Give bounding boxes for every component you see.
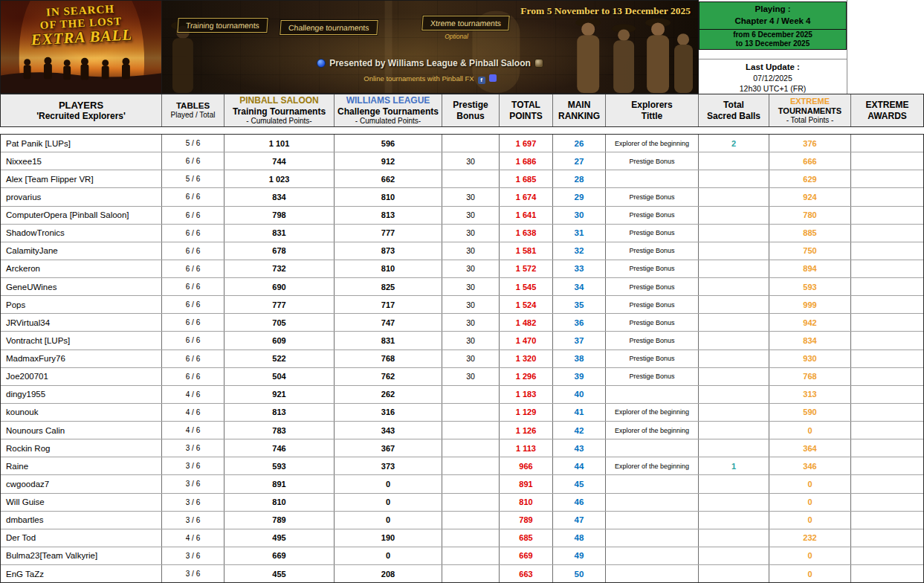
explorer-title-cell[interactable]: [606, 565, 699, 582]
main-ranking-cell[interactable]: 26: [553, 135, 606, 152]
total-points-cell[interactable]: 891: [500, 475, 553, 492]
main-ranking-cell[interactable]: 31: [553, 225, 606, 242]
extreme-awards-cell[interactable]: [851, 152, 923, 170]
tables-played-cell[interactable]: 3 / 6: [162, 565, 224, 582]
main-ranking-cell[interactable]: 30: [553, 207, 606, 224]
tables-played-cell[interactable]: 6 / 6: [162, 296, 224, 313]
tables-played-cell[interactable]: 6 / 6: [162, 152, 224, 170]
training-points-cell[interactable]: 777: [224, 296, 335, 313]
challenge-points-cell[interactable]: 0: [335, 494, 442, 511]
tables-played-cell[interactable]: 5 / 6: [162, 170, 224, 187]
sacred-balls-cell[interactable]: [699, 170, 769, 187]
total-points-cell[interactable]: 1 638: [500, 225, 553, 242]
prestige-bonus-cell[interactable]: 30: [442, 225, 500, 242]
prestige-bonus-cell[interactable]: 30: [442, 296, 500, 313]
header-main-ranking[interactable]: MAIN RANKING: [553, 94, 606, 126]
prestige-bonus-cell[interactable]: 30: [442, 368, 500, 385]
tables-played-cell[interactable]: 6 / 6: [162, 314, 224, 331]
prestige-bonus-cell[interactable]: [442, 494, 500, 511]
explorer-title-cell[interactable]: Prestige Bonus: [606, 296, 699, 313]
prestige-bonus-cell[interactable]: [442, 386, 500, 403]
training-points-cell[interactable]: 783: [224, 422, 335, 439]
challenge-points-cell[interactable]: 768: [335, 350, 442, 367]
tables-played-cell[interactable]: 4 / 6: [162, 404, 224, 421]
explorer-title-cell[interactable]: Prestige Bonus: [606, 278, 699, 295]
player-name-cell[interactable]: CalamityJane: [1, 242, 162, 260]
challenge-points-cell[interactable]: 762: [335, 368, 442, 385]
tables-played-cell[interactable]: 3 / 6: [162, 494, 224, 511]
extreme-points-cell[interactable]: 894: [769, 260, 851, 277]
training-points-cell[interactable]: 813: [224, 404, 335, 421]
training-points-cell[interactable]: 891: [224, 475, 335, 492]
main-ranking-cell[interactable]: 42: [553, 422, 606, 439]
extreme-awards-cell[interactable]: [851, 422, 923, 439]
header-training-tournaments[interactable]: PINBALL SALOON Training Tournaments - Cu…: [224, 94, 335, 126]
explorer-title-cell[interactable]: [606, 439, 699, 457]
tables-played-cell[interactable]: 6 / 6: [162, 242, 224, 260]
extreme-points-cell[interactable]: 930: [769, 350, 851, 367]
sacred-balls-cell[interactable]: [699, 207, 769, 224]
explorer-title-cell[interactable]: Explorer of the beginning: [606, 404, 699, 421]
challenge-points-cell[interactable]: 343: [335, 422, 442, 439]
training-points-cell[interactable]: 705: [224, 314, 335, 331]
explorer-title-cell[interactable]: Prestige Bonus: [606, 314, 699, 331]
sacred-balls-cell[interactable]: 2: [699, 135, 769, 152]
player-name-cell[interactable]: dingy1955: [1, 386, 162, 403]
extreme-awards-cell[interactable]: [851, 296, 923, 313]
extreme-awards-cell[interactable]: [851, 475, 923, 492]
extreme-points-cell[interactable]: 666: [769, 152, 851, 170]
sacred-balls-cell[interactable]: [699, 260, 769, 277]
total-points-cell[interactable]: 1 545: [500, 278, 553, 295]
main-ranking-cell[interactable]: 36: [553, 314, 606, 331]
tables-played-cell[interactable]: 6 / 6: [162, 368, 224, 385]
challenge-points-cell[interactable]: 0: [335, 547, 442, 564]
training-points-cell[interactable]: 1 023: [224, 170, 335, 187]
total-points-cell[interactable]: 789: [500, 512, 553, 529]
sacred-balls-cell[interactable]: [699, 225, 769, 242]
extreme-awards-cell[interactable]: [851, 565, 923, 582]
player-name-cell[interactable]: Joe200701: [1, 368, 162, 385]
prestige-bonus-cell[interactable]: 30: [442, 278, 500, 295]
training-points-cell[interactable]: 1 101: [224, 135, 335, 152]
tables-played-cell[interactable]: 6 / 6: [162, 207, 224, 224]
total-points-cell[interactable]: 1 581: [500, 242, 553, 260]
tables-played-cell[interactable]: 3 / 6: [162, 439, 224, 457]
main-ranking-cell[interactable]: 34: [553, 278, 606, 295]
prestige-bonus-cell[interactable]: 30: [442, 188, 500, 205]
explorer-title-cell[interactable]: [606, 512, 699, 529]
training-points-cell[interactable]: 831: [224, 225, 335, 242]
header-tables[interactable]: TABLES Played / Total: [162, 94, 224, 126]
extreme-points-cell[interactable]: 750: [769, 242, 851, 260]
extreme-points-cell[interactable]: 232: [769, 529, 851, 547]
header-prestige-bonus[interactable]: Prestige Bonus: [442, 94, 500, 126]
challenge-points-cell[interactable]: 810: [335, 188, 442, 205]
extreme-points-cell[interactable]: 0: [769, 547, 851, 564]
total-points-cell[interactable]: 1 686: [500, 152, 553, 170]
total-points-cell[interactable]: 1 685: [500, 170, 553, 187]
sacred-balls-cell[interactable]: [699, 439, 769, 457]
challenge-points-cell[interactable]: 662: [335, 170, 442, 187]
header-extreme-tournaments[interactable]: EXTREME TOURNAMENTS - Total Points -: [769, 94, 851, 126]
player-name-cell[interactable]: dmbartles: [1, 512, 162, 529]
main-ranking-cell[interactable]: 28: [553, 170, 606, 187]
sacred-balls-cell[interactable]: [699, 188, 769, 205]
explorer-title-cell[interactable]: [606, 529, 699, 547]
sacred-balls-cell[interactable]: 1: [699, 457, 769, 474]
player-name-cell[interactable]: Der Tod: [1, 529, 162, 547]
explorer-title-cell[interactable]: Explorer of the beginning: [606, 135, 699, 152]
main-ranking-cell[interactable]: 47: [553, 512, 606, 529]
player-name-cell[interactable]: Alex [Team Flipper VR]: [1, 170, 162, 187]
extreme-awards-cell[interactable]: [851, 188, 923, 205]
extreme-awards-cell[interactable]: [851, 242, 923, 260]
explorer-title-cell[interactable]: Prestige Bonus: [606, 152, 699, 170]
sacred-balls-cell[interactable]: [699, 152, 769, 170]
main-ranking-cell[interactable]: 44: [553, 457, 606, 474]
explorer-title-cell[interactable]: Prestige Bonus: [606, 207, 699, 224]
extreme-points-cell[interactable]: 590: [769, 404, 851, 421]
explorer-title-cell[interactable]: [606, 475, 699, 492]
extreme-awards-cell[interactable]: [851, 260, 923, 277]
main-ranking-cell[interactable]: 38: [553, 350, 606, 367]
extreme-awards-cell[interactable]: [851, 314, 923, 331]
total-points-cell[interactable]: 1 129: [500, 404, 553, 421]
header-sacred-balls[interactable]: Total Sacred Balls: [699, 94, 769, 126]
